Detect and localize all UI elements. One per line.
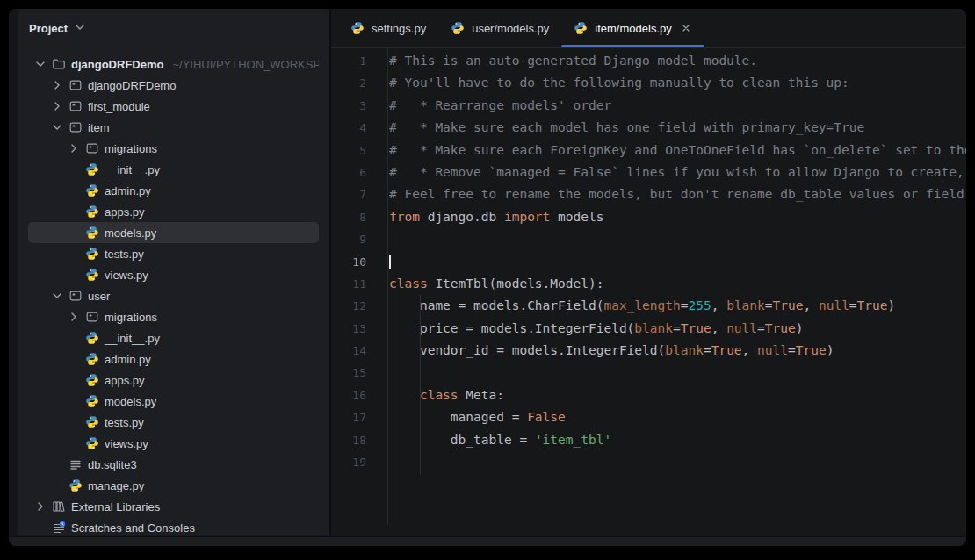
line-number-9[interactable]: 9 (331, 228, 387, 250)
tree-item-views-py[interactable]: views.py (28, 433, 319, 454)
code-token: = (849, 298, 857, 312)
tree-item-migrations[interactable]: migrations (28, 306, 319, 327)
line-number-17[interactable]: 17 (331, 406, 387, 428)
line-number-18[interactable]: 18 (331, 429, 387, 451)
code-token: = (765, 298, 773, 312)
tree-item-external-libraries[interactable]: External Libraries (28, 496, 319, 517)
code-line-15[interactable] (389, 362, 966, 384)
editor-gutter[interactable]: 12345678910111213141516171819 (331, 48, 388, 525)
chevron-down-icon[interactable] (50, 120, 64, 134)
tree-item-db-sqlite3[interactable]: db.sqlite3 (28, 454, 319, 475)
line-number-14[interactable]: 14 (331, 340, 387, 362)
chevron-right-icon[interactable] (67, 141, 81, 155)
tree-item-first-module[interactable]: first_module (28, 96, 319, 117)
line-number-12[interactable]: 12 (331, 295, 387, 317)
code-content[interactable]: # This is an auto-generated Django model… (389, 48, 966, 525)
tree-item-init-py[interactable]: __init__.py (28, 327, 319, 348)
tree-item-label: item (88, 121, 110, 134)
code-line-18[interactable]: db_table = 'item_tbl' (389, 429, 966, 451)
library-icon (52, 499, 66, 513)
code-token: class (389, 276, 428, 291)
code-line-1[interactable]: # This is an auto-generated Django model… (389, 50, 966, 72)
tree-item-migrations[interactable]: migrations (28, 138, 319, 159)
tree-item-item[interactable]: item (28, 117, 319, 138)
python-icon (85, 247, 99, 261)
line-number-13[interactable]: 13 (331, 318, 387, 340)
line-number-11[interactable]: 11 (331, 273, 387, 295)
line-number-15[interactable]: 15 (331, 362, 387, 384)
tree-item-models-py[interactable]: models.py (28, 391, 319, 412)
code-line-16[interactable]: class Meta: (389, 384, 966, 406)
line-number-16[interactable]: 16 (331, 384, 387, 406)
python-icon (85, 415, 99, 429)
chevron-right-icon[interactable] (50, 99, 64, 113)
code-token: # * Remove `managed = False` lines if yo… (389, 165, 966, 179)
code-line-13[interactable]: price = models.IntegerField(blank=True, … (389, 318, 966, 340)
line-number-7[interactable]: 7 (331, 183, 387, 205)
code-line-11[interactable]: class ItemTbl(models.Model): (389, 273, 966, 295)
code-editor[interactable]: 12345678910111213141516171819 # This is … (331, 48, 966, 525)
tree-item-apps-py[interactable]: apps.py (28, 201, 319, 222)
tree-item-manage-py[interactable]: manage.py (28, 475, 319, 496)
code-line-12[interactable]: name = models.CharField(max_length=255, … (389, 295, 966, 317)
code-line-7[interactable]: # Feel free to rename the models, but do… (389, 183, 966, 205)
chevron-right-icon[interactable] (33, 499, 47, 513)
tree-item-admin-py[interactable]: admin.py (28, 348, 319, 370)
code-token: db_table = (389, 433, 535, 447)
tab-item-models-py[interactable]: item/models.py (561, 9, 704, 47)
chevron-down-icon (73, 20, 87, 38)
code-line-4[interactable]: # * Make sure each model has one field w… (389, 117, 966, 139)
module-icon (69, 289, 83, 303)
tab-settings-py[interactable]: settings.py (338, 9, 438, 47)
close-icon[interactable] (680, 22, 692, 34)
tree-item-djangodrfdemo[interactable]: djangoDRFDemo (28, 75, 319, 96)
code-line-2[interactable]: # You'll have to do the following manual… (389, 72, 966, 94)
tree-item-scratches-and-consoles[interactable]: Scratches and Consoles (28, 517, 319, 535)
tree-indent-spacer (67, 205, 81, 219)
tree-item-apps-py[interactable]: apps.py (28, 370, 319, 391)
code-token: 255 (688, 298, 711, 312)
code-line-19[interactable] (389, 451, 966, 473)
tree-item-tests-py[interactable]: tests.py (28, 412, 319, 433)
code-line-17[interactable]: managed = False (389, 406, 966, 428)
line-number-10[interactable]: 10 (331, 251, 387, 273)
tree-item-tests-py[interactable]: tests.py (28, 243, 319, 264)
tree-indent-spacer (50, 478, 64, 492)
line-number-2[interactable]: 2 (331, 72, 387, 94)
line-number-1[interactable]: 1 (331, 50, 387, 72)
line-number-5[interactable]: 5 (331, 140, 387, 162)
tab-user-models-py[interactable]: user/models.py (438, 9, 561, 47)
code-line-9[interactable] (389, 228, 966, 250)
tree-item-label: migrations (105, 142, 157, 155)
tree-item-models-py[interactable]: models.py (28, 222, 319, 243)
tree-item-init-py[interactable]: __init__.py (28, 159, 319, 180)
line-number-6[interactable]: 6 (331, 162, 387, 183)
module-icon (69, 78, 83, 92)
line-number-19[interactable]: 19 (331, 451, 387, 473)
tree-item-admin-py[interactable]: admin.py (28, 180, 319, 201)
code-line-14[interactable]: vendor_id = models.IntegerField(blank=Tr… (389, 340, 966, 362)
chevron-down-icon[interactable] (50, 289, 64, 303)
tree-item-label: views.py (105, 437, 148, 450)
code-line-6[interactable]: # * Remove `managed = False` lines if yo… (389, 162, 966, 183)
code-line-5[interactable]: # * Make sure each ForeignKey and OneToO… (389, 140, 966, 162)
tree-item-user[interactable]: user (28, 285, 319, 306)
code-line-10[interactable] (389, 251, 966, 273)
line-number-3[interactable]: 3 (331, 95, 387, 117)
project-view-selector[interactable]: Project (18, 9, 329, 48)
chevron-right-icon[interactable] (50, 78, 64, 92)
tree-indent-spacer (67, 352, 81, 366)
chevron-right-icon[interactable] (67, 310, 81, 324)
code-line-8[interactable]: from django.db import models (389, 206, 966, 228)
tree-item-djangodrfdemo[interactable]: djangoDRFDemo~/YIHUI/PYTHON_WORKSPACE (28, 54, 319, 75)
code-token: models (550, 210, 603, 224)
tree-indent-spacer (67, 162, 81, 176)
folder-icon (52, 57, 66, 71)
line-number-4[interactable]: 4 (331, 117, 387, 139)
code-line-3[interactable]: # * Rearrange models' order (389, 95, 966, 117)
line-number-8[interactable]: 8 (331, 206, 387, 228)
tree-item-views-py[interactable]: views.py (28, 264, 319, 285)
tree-item-label: manage.py (88, 479, 144, 492)
tree-indent-spacer (67, 373, 81, 387)
chevron-down-icon[interactable] (33, 57, 47, 71)
